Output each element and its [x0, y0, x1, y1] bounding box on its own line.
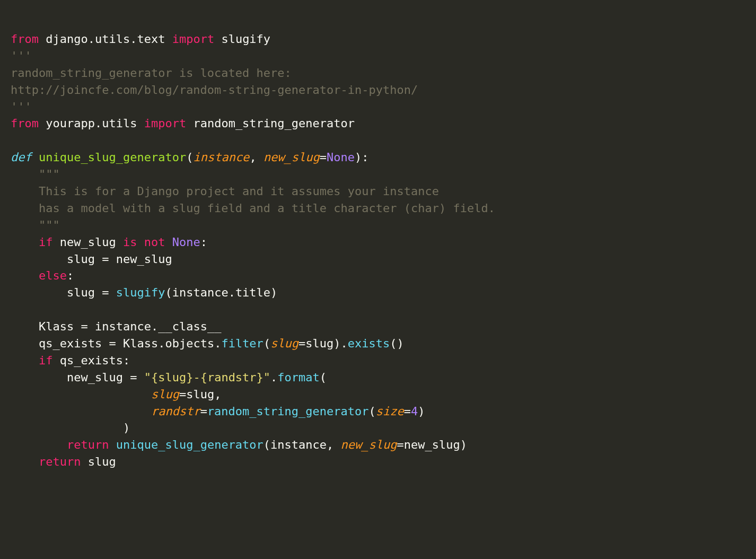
paren: (): [390, 337, 404, 350]
docstring-line: has a model with a slug field and a titl…: [39, 202, 495, 215]
keyword-return: return: [67, 438, 109, 451]
comma: ,: [214, 388, 221, 401]
kwarg: new_slug: [341, 438, 397, 451]
identifier: slug: [67, 252, 95, 266]
equals: =: [179, 388, 186, 401]
equals: =: [95, 286, 116, 299]
equals: =: [102, 337, 123, 350]
paren: (: [186, 151, 193, 164]
identifier: Klass: [39, 320, 74, 333]
identifier: slug: [305, 337, 333, 350]
docstring-line: random_string_generator is located here:: [11, 66, 292, 80]
keyword-from: from: [11, 32, 39, 46]
docstring-line: http://joincfe.com/blog/random-string-ge…: [11, 83, 418, 97]
equals: =: [404, 405, 411, 418]
import-name: slugify: [221, 32, 270, 46]
identifier: slug: [88, 455, 116, 468]
function-call: slugify: [116, 286, 165, 299]
identifier: instance.__class__: [95, 320, 221, 333]
identifier: instance.title: [172, 286, 270, 299]
keyword-if: if: [39, 235, 53, 249]
function-name: unique_slug_generator: [39, 151, 186, 164]
import-name: random_string_generator: [193, 117, 355, 130]
equals: =: [200, 405, 207, 418]
code-block: from django.utils.text import slugify ''…: [0, 0, 756, 470]
comma: ,: [327, 438, 341, 451]
dot: .: [270, 371, 277, 384]
equals: =: [320, 151, 327, 164]
kwarg: randstr: [151, 405, 200, 418]
paren: ).: [333, 337, 348, 350]
keyword-import: import: [172, 32, 214, 46]
identifier: slug: [67, 286, 95, 299]
paren: (: [165, 286, 172, 299]
identifier: slug: [186, 388, 214, 401]
keyword-is: is: [123, 235, 137, 249]
identifier: new_slug: [116, 252, 172, 266]
method-call: exists: [348, 337, 390, 350]
paren: ): [460, 438, 467, 451]
paren: (: [320, 371, 327, 384]
paren: ):: [355, 151, 369, 164]
identifier: qs_exists: [60, 354, 123, 367]
equals: =: [74, 320, 95, 333]
identifier: new_slug: [67, 371, 123, 384]
param: instance: [193, 151, 249, 164]
docstring-line: This is for a Django project and it assu…: [39, 185, 446, 198]
docstring-quote: ''': [11, 49, 32, 63]
paren: (: [263, 438, 270, 451]
function-call: unique_slug_generator: [116, 438, 263, 451]
module-path: yourapp.utils: [46, 117, 137, 130]
none-literal: None: [172, 235, 200, 249]
identifier: new_slug: [60, 235, 116, 249]
keyword-import: import: [144, 117, 186, 130]
kwarg: slug: [270, 337, 298, 350]
param: new_slug: [263, 151, 320, 164]
identifier: new_slug: [404, 438, 460, 451]
identifier: qs_exists: [39, 337, 102, 350]
kwarg: size: [376, 405, 404, 418]
colon: :: [123, 354, 130, 367]
number-literal: 4: [411, 405, 418, 418]
colon: :: [200, 235, 207, 249]
keyword-not: not: [144, 235, 165, 249]
docstring-quote: ''': [11, 100, 32, 113]
module-path: django.utils.text: [46, 32, 165, 46]
identifier: instance: [270, 438, 327, 451]
method-call: filter: [221, 337, 263, 350]
equals: =: [95, 252, 116, 266]
keyword-from: from: [11, 117, 39, 130]
identifier: Klass.objects.: [123, 337, 221, 350]
equals: =: [123, 371, 144, 384]
method-call: format: [277, 371, 319, 384]
docstring-quote: """: [39, 219, 60, 232]
keyword-return: return: [39, 455, 81, 468]
comma: ,: [249, 151, 263, 164]
kwarg: slug: [151, 388, 179, 401]
equals: =: [298, 337, 305, 350]
docstring-quote: """: [39, 168, 60, 181]
equals: =: [397, 438, 404, 451]
paren: ): [123, 421, 130, 434]
none-literal: None: [327, 151, 355, 164]
paren: ): [270, 286, 277, 299]
keyword-def: def: [11, 151, 32, 164]
paren: ): [418, 405, 425, 418]
string-literal: "{slug}-{randstr}": [144, 371, 270, 384]
paren: (: [263, 337, 270, 350]
function-call: random_string_generator: [207, 405, 369, 418]
keyword-else: else: [39, 269, 67, 282]
colon: :: [67, 269, 74, 282]
keyword-if: if: [39, 354, 53, 367]
paren: (: [369, 405, 376, 418]
